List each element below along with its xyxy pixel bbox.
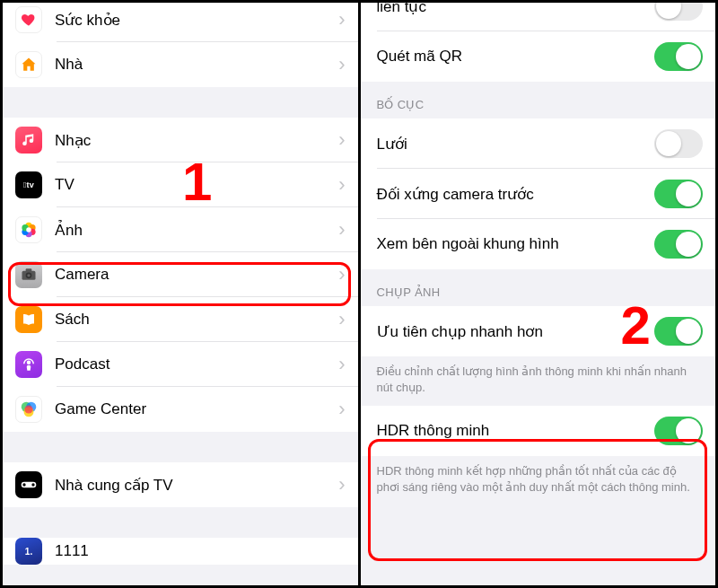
row-label: Podcast [55,355,338,373]
chevron-right-icon: › [338,128,345,152]
camera-settings-panel: liên tục Quét mã QR BỐ CỤC Lưới Đối xứng… [361,3,716,585]
toggle-row-smart-hdr[interactable]: HDR thông minh [361,406,716,456]
tv-icon: tv [15,171,42,198]
svg-point-6 [26,227,31,233]
row-label: Ưu tiên chụp nhanh hơn [377,322,655,341]
settings-item-partial[interactable]: 1. 1111 [3,538,358,565]
podcast-icon [15,351,42,378]
books-icon [15,306,42,333]
svg-point-15 [24,405,32,413]
chevron-right-icon: › [338,8,345,31]
row-label: HDR thông minh [377,422,655,440]
row-label: 1111 [55,542,346,560]
row-label: Nhà [55,56,338,74]
toggle[interactable] [654,129,703,158]
chevron-right-icon: › [338,353,345,376]
settings-item-health[interactable]: Sức khỏe › [3,3,358,42]
toggle[interactable] [654,3,703,21]
row-label: TV [55,176,338,194]
row-label: Camera [55,266,338,284]
row-label: Sách [55,311,338,329]
chevron-right-icon: › [338,308,345,331]
chevron-right-icon: › [338,53,345,76]
chevron-right-icon: › [338,263,345,286]
svg-point-10 [27,274,30,276]
health-icon [15,6,42,33]
chevron-right-icon: › [338,173,345,197]
gamecenter-icon [15,396,42,423]
section-header-capture: CHỤP ẢNH [361,269,716,306]
svg-point-11 [27,361,31,365]
settings-item-tvprovider[interactable]: Nhà cung cấp TV › [3,462,358,507]
camera-icon [15,261,42,288]
settings-item-music[interactable]: Nhạc › [3,118,358,162]
toggle[interactable] [654,417,703,445]
row-label: Lưới [377,135,655,154]
row-label: Game Center [55,400,338,418]
toggle[interactable] [654,230,703,259]
toggle[interactable] [654,42,703,71]
settings-item-books[interactable]: Sách › [3,297,358,342]
settings-item-home[interactable]: Nhà › [3,42,358,87]
settings-item-podcast[interactable]: Podcast › [3,342,358,387]
chevron-right-icon: › [338,473,345,496]
row-label: Nhạc [55,131,338,150]
toggle-row-faster-shot[interactable]: Ưu tiên chụp nhanh hơn [361,306,716,356]
toggle-row-mirror[interactable]: Đối xứng camera trước [361,169,716,219]
footer-faster-shot: Điều chỉnh chất lượng hình ảnh thông min… [361,356,716,406]
toggle-row-view-outside[interactable]: Xem bên ngoài khung hình [361,219,716,269]
home-icon [15,51,42,78]
row-label: Đối xứng camera trước [377,185,655,204]
toggle-row-qr[interactable]: Quét mã QR [361,31,716,82]
tvprovider-icon [15,471,42,498]
settings-list-panel: Sức khỏe › Nhà › Nhạc › [3,3,358,585]
toggle-row-partial-top[interactable]: liên tục [361,3,716,31]
row-label: Nhà cung cấp TV [55,476,338,495]
footer-smart-hdr: HDR thông minh kết hợp những phần tốt nh… [361,456,716,505]
section-header-layout: BỐ CỤC [361,82,716,118]
music-icon [15,127,42,154]
chevron-right-icon: › [338,218,345,241]
photos-icon [15,216,42,243]
app-1111-icon: 1. [15,538,42,565]
settings-item-photos[interactable]: Ảnh › [3,207,358,252]
settings-item-camera[interactable]: Camera › [3,252,358,297]
row-label: liên tục [377,3,655,16]
row-label: Xem bên ngoài khung hình [377,235,655,253]
settings-item-tv[interactable]: tv TV › [3,162,358,207]
row-label: Sức khỏe [55,11,338,30]
row-label: Quét mã QR [377,48,655,66]
toggle-row-grid[interactable]: Lưới [361,118,716,169]
toggle[interactable] [654,317,703,346]
settings-item-gamecenter[interactable]: Game Center › [3,387,358,432]
chevron-right-icon: › [338,398,345,421]
row-label: Ảnh [55,221,338,240]
svg-rect-8 [26,268,32,271]
toggle[interactable] [654,180,703,208]
